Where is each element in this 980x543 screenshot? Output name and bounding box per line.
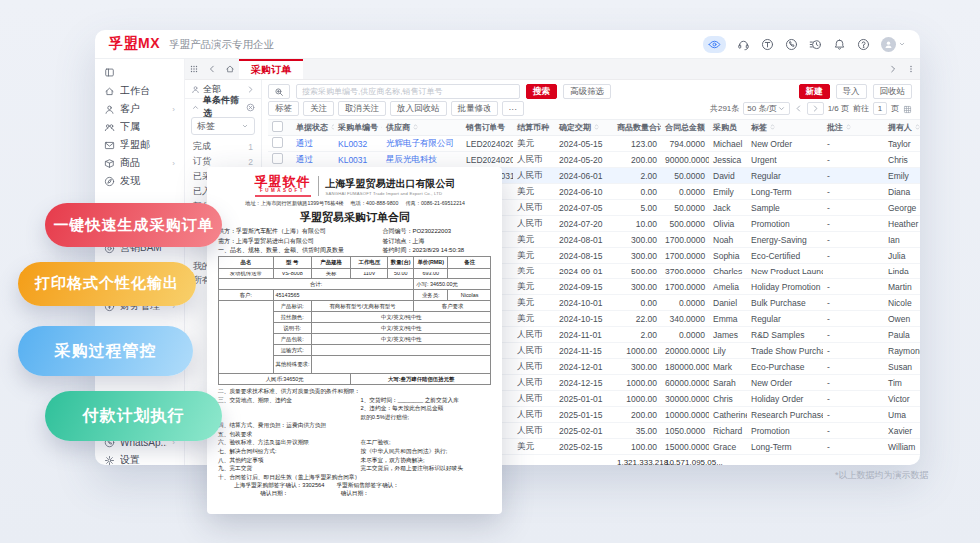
batch-button-取消关注[interactable]: 取消关注	[338, 101, 386, 116]
create-button[interactable]: 新建	[799, 84, 830, 99]
tab-scroll-right-icon[interactable]	[884, 59, 902, 79]
headset-icon[interactable]	[737, 38, 750, 51]
table-row[interactable]: 通过KL0031星辰光电科技LED20240202人民币2024-05-2020…	[268, 152, 920, 168]
reset-filter-icon[interactable]	[246, 103, 255, 112]
batch-toolbar: 标签关注取消关注放入回收站批量修改··· 共291条 50 条/页 1/6 页	[262, 99, 920, 116]
sidebar-item-设置[interactable]: 设置	[95, 451, 184, 465]
filter-group-header[interactable]: 单条件筛选	[185, 99, 261, 115]
doc-date-line: 确认日期： 确认日期：	[218, 490, 491, 498]
tab-more-icon[interactable]	[902, 59, 920, 79]
tab-back-icon[interactable]	[203, 59, 221, 79]
goto-page-input[interactable]	[873, 102, 887, 115]
sidebar-item-label: 发现	[120, 174, 175, 188]
status-link[interactable]: 通过	[296, 138, 313, 148]
sort-icon[interactable]	[845, 123, 852, 131]
apps-grid-icon[interactable]	[185, 59, 203, 79]
whatsapp-icon[interactable]	[785, 38, 798, 51]
feature-badge-3: 采购过程管控	[18, 326, 193, 376]
supplier-link[interactable]: 光辉电子有限公司	[386, 138, 454, 148]
import-button[interactable]: 导入	[836, 84, 867, 99]
batch-button-···[interactable]: ···	[502, 101, 525, 116]
sidebar-item-孚盟邮[interactable]: 孚盟邮	[95, 136, 184, 154]
pagination: 共291条 50 条/页 1/6 页 前往 页	[710, 102, 912, 115]
sidebar-item-下属[interactable]: 下属	[95, 118, 184, 136]
summary-qty: 1,321,333,218...	[613, 455, 661, 466]
doc-clause-left: 六、验收标准、方法及提出异议期限	[218, 438, 360, 447]
brand-logo: 孚盟MX	[109, 35, 160, 53]
search-button[interactable]: 搜索	[526, 84, 557, 99]
tag-filter-value: 标签	[197, 120, 241, 133]
column-header-采购员: 采购员	[709, 120, 747, 136]
column-header-批注[interactable]: 批注	[823, 120, 884, 136]
tab-home-icon[interactable]	[221, 59, 239, 79]
column-header-商品数量合计: 商品数量合计	[613, 120, 661, 136]
column-header-销售订单号: 销售订单号	[462, 120, 513, 136]
compass-icon	[104, 176, 115, 187]
sidebar-item-商品[interactable]: 商品›	[95, 154, 184, 172]
doc-clause: 四、结算方式、费用负担：运费由供方负担	[218, 421, 491, 430]
po-number-link[interactable]: KL0031	[338, 155, 367, 165]
sort-icon[interactable]	[330, 123, 334, 131]
tag-filter-select[interactable]: 标签	[191, 117, 255, 135]
fumasoft-logo: 孚盟软件 FUMASOFT	[255, 175, 311, 197]
sidebar-item-工作台[interactable]: 工作台	[95, 82, 184, 100]
sort-icon[interactable]	[412, 123, 419, 131]
topbar-icons	[703, 36, 906, 53]
caret-down-icon	[898, 40, 906, 48]
bell-icon[interactable]	[833, 38, 846, 51]
tab-purchase-orders[interactable]: 采购订单	[239, 59, 303, 79]
sort-icon[interactable]	[914, 123, 920, 131]
column-header-供应商[interactable]: 供应商	[382, 120, 462, 136]
search-toolbar: 搜索 高级筛选 新建 导入 回收站	[262, 80, 920, 99]
tab-strip: 采购订单	[185, 59, 920, 80]
batch-button-标签[interactable]: 标签	[268, 101, 299, 116]
user-avatar[interactable]	[881, 37, 906, 52]
sidebar-collapse-icon[interactable]	[95, 64, 184, 80]
total-count: 共291条	[710, 103, 739, 114]
table-row[interactable]: 通过KL0032光辉电子有限公司LED20240201美元2024-05-151…	[268, 136, 920, 152]
recycle-bin-button[interactable]: 回收站	[873, 84, 913, 99]
sidebar-item-客户[interactable]: 客户›	[95, 100, 184, 118]
column-header-标签[interactable]: 标签	[747, 120, 823, 136]
saved-search-button[interactable]	[268, 84, 290, 99]
batch-button-批量修改[interactable]: 批量修改	[451, 101, 498, 116]
sort-icon[interactable]	[380, 123, 382, 131]
help-icon[interactable]	[857, 38, 870, 51]
doc-clause: 十、合同签订后、即日起生效（盖上海孚盟采购合同章）	[218, 473, 491, 482]
chevron-right-icon: ›	[172, 105, 175, 114]
column-header-单据状态[interactable]: 单据状态	[292, 120, 334, 136]
person-icon	[191, 85, 200, 94]
prev-page-icon[interactable]	[794, 104, 803, 113]
status-link[interactable]: 通过	[296, 154, 313, 164]
batch-button-关注[interactable]: 关注	[303, 101, 334, 116]
contract-table: 品名型 号产品规格工作电压数量(台)单价(RMB)备注 发动机传送带VS-800…	[218, 256, 491, 385]
row-checkbox[interactable]	[272, 137, 283, 148]
sidebar-item-发现[interactable]: 发现	[95, 172, 184, 190]
search-input[interactable]	[296, 84, 520, 99]
column-settings-icon[interactable]	[903, 104, 912, 113]
doc-clause-left: 九、完工交货	[218, 464, 360, 473]
sort-icon[interactable]	[769, 123, 776, 131]
select-all-checkbox[interactable]	[272, 121, 283, 132]
po-number-link[interactable]: KL0032	[338, 139, 367, 149]
doc-clause: 五、包装要求	[218, 430, 491, 439]
filter-item-label: 完成	[193, 140, 248, 153]
table-header-row: 单据状态采购单编号供应商销售订单号结算币种确定交期商品数量合计合同总金额采购员标…	[268, 120, 920, 136]
next-page-button[interactable]	[807, 102, 824, 115]
doc-clause-left: 七、解决合同纠纷方式:	[218, 447, 360, 456]
batch-button-放入回收站[interactable]: 放入回收站	[390, 101, 447, 116]
column-header-拥有人[interactable]: 拥有人	[884, 120, 920, 136]
supplier-link[interactable]: 星辰光电科技	[386, 154, 437, 164]
page-size-select[interactable]: 50 条/页	[743, 102, 789, 115]
translate-icon[interactable]	[761, 38, 774, 51]
filter-item-完成[interactable]: 完成1	[185, 139, 261, 154]
sidebar-item-label: 下属	[120, 120, 175, 134]
column-header-采购单编号[interactable]: 采购单编号	[334, 120, 382, 136]
sort-icon[interactable]	[593, 123, 600, 131]
row-checkbox[interactable]	[272, 153, 283, 164]
doc-sign-line: 上海孚盟采购部签字确认：3302564 孚盟斯销售部签字确认：	[218, 482, 491, 490]
column-header-确定交期[interactable]: 确定交期	[555, 120, 613, 136]
advanced-filter-button[interactable]: 高级筛选	[563, 84, 611, 99]
history-icon[interactable]	[809, 38, 822, 51]
visibility-icon[interactable]	[703, 36, 726, 53]
